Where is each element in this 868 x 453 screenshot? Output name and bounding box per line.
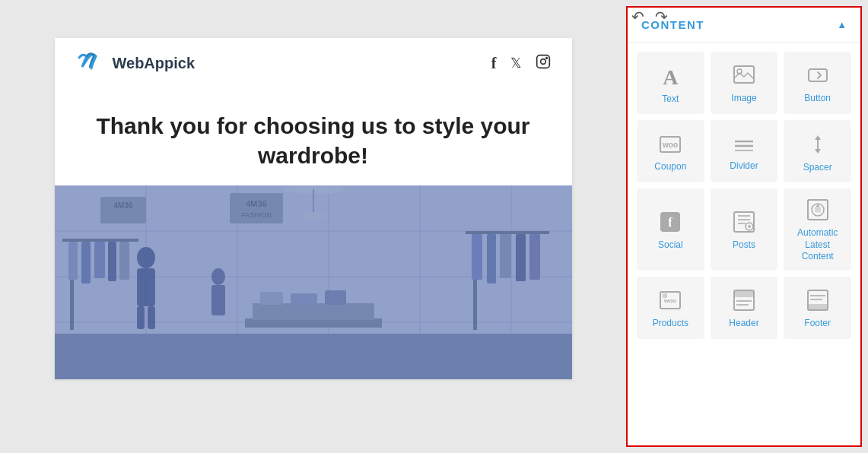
svg-text:woo: woo <box>662 141 678 149</box>
header-content-label: Header <box>729 318 758 328</box>
svg-rect-69 <box>734 290 754 297</box>
email-header: WebAppick f 𝕏 <box>55 38 572 88</box>
divider-content-icon <box>733 135 755 157</box>
footer-content-icon <box>807 290 828 314</box>
content-item-text[interactable]: A Text <box>637 52 704 114</box>
content-item-spacer[interactable]: Spacer <box>784 120 851 182</box>
products-content-icon: woo <box>660 290 681 314</box>
undo-icon: ↶ <box>631 8 644 25</box>
content-item-button[interactable]: Button <box>784 52 851 114</box>
button-content-icon <box>807 66 828 89</box>
content-item-posts[interactable]: Posts <box>711 188 778 271</box>
svg-rect-50 <box>809 69 827 81</box>
spacer-content-icon <box>807 134 828 158</box>
content-item-header[interactable]: Header <box>711 277 778 339</box>
button-content-label: Button <box>804 93 831 103</box>
email-card: WebAppick f 𝕏 Thank you for c <box>55 38 572 379</box>
content-item-image[interactable]: Image <box>711 52 778 114</box>
svg-text:woo: woo <box>663 297 676 304</box>
image-content-icon <box>733 65 755 89</box>
undo-button[interactable]: ↶ <box>631 8 644 26</box>
content-item-automatic[interactable]: Automatic Latest Content <box>784 188 851 271</box>
automatic-content-icon <box>807 199 828 223</box>
footer-content-label: Footer <box>804 318 831 328</box>
email-headline: Thank you for choosing us to style your … <box>85 111 542 170</box>
divider-content-label: Divider <box>730 160 758 171</box>
svg-rect-43 <box>137 268 155 306</box>
svg-rect-67 <box>663 293 667 298</box>
content-sidebar: CONTENT ▲ A Text Image <box>626 6 862 447</box>
social-content-icon: f <box>660 211 681 236</box>
redo-icon: ↷ <box>655 8 668 25</box>
logo-container: WebAppick <box>76 52 196 74</box>
instagram-icon <box>536 54 551 73</box>
email-body: Thank you for choosing us to style your … <box>55 88 572 185</box>
svg-point-2 <box>545 57 547 59</box>
header-content-icon <box>733 290 755 314</box>
redo-button[interactable]: ↷ <box>655 8 668 26</box>
facebook-icon: f <box>491 55 497 72</box>
store-scene-svg: 4M36 FASHION 4M36 <box>55 185 572 379</box>
svg-marker-58 <box>815 149 821 154</box>
content-item-social[interactable]: f Social <box>637 188 704 271</box>
text-content-icon: A <box>663 65 678 90</box>
svg-text:f: f <box>669 216 673 229</box>
social-content-label: Social <box>658 239 683 250</box>
content-item-divider[interactable]: Divider <box>711 120 778 182</box>
logo-text: WebAppick <box>113 55 196 72</box>
automatic-content-label: Automatic Latest Content <box>788 227 847 263</box>
image-content-label: Image <box>731 93 756 103</box>
svg-rect-47 <box>211 285 225 315</box>
content-item-products[interactable]: woo Products <box>637 277 704 339</box>
logo-icon <box>76 52 108 74</box>
content-grid: A Text Image <box>628 43 860 348</box>
svg-rect-41 <box>55 185 572 379</box>
posts-content-icon <box>733 211 755 236</box>
coupon-content-label: Coupon <box>654 161 686 172</box>
content-item-coupon[interactable]: woo Coupon <box>637 120 704 182</box>
svg-point-42 <box>137 247 155 268</box>
svg-rect-0 <box>536 55 549 68</box>
svg-point-1 <box>540 59 545 64</box>
email-store-image: 4M36 FASHION 4M36 <box>55 185 572 379</box>
twitter-icon: 𝕏 <box>510 55 522 71</box>
content-item-footer[interactable]: Footer <box>784 277 851 339</box>
spacer-content-label: Spacer <box>803 162 832 173</box>
svg-marker-57 <box>815 135 821 140</box>
social-icons-group: f 𝕏 <box>491 54 551 73</box>
text-content-label: Text <box>662 93 679 104</box>
svg-rect-45 <box>148 306 155 329</box>
sidebar-toggle-icon[interactable]: ▲ <box>837 19 847 30</box>
email-preview: WebAppick f 𝕏 Thank you for c <box>0 0 626 453</box>
coupon-content-icon: woo <box>660 135 681 157</box>
svg-rect-61 <box>734 212 754 232</box>
svg-rect-75 <box>808 304 828 310</box>
svg-point-46 <box>211 268 225 285</box>
svg-rect-44 <box>137 306 145 329</box>
svg-rect-48 <box>734 66 754 83</box>
products-content-label: Products <box>653 318 688 328</box>
posts-content-label: Posts <box>733 239 755 250</box>
